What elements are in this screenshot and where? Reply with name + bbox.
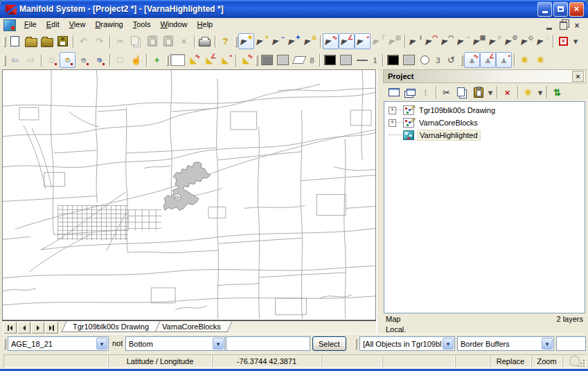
delete-button[interactable]: ×	[176, 33, 192, 49]
redo-button[interactable]: ↷	[91, 33, 107, 49]
create-component-dropdown[interactable]: ▾	[536, 85, 544, 101]
style-points-button[interactable]: ▲•	[496, 52, 512, 68]
select-circle-button[interactable]: ◤⊙	[503, 33, 519, 49]
select-circle-areas-button[interactable]: ◤○	[487, 33, 503, 49]
rotate-button[interactable]: ↺	[443, 52, 459, 68]
paste-button[interactable]	[144, 33, 160, 49]
forward-button[interactable]: ⇨	[23, 52, 39, 68]
value-input[interactable]	[226, 336, 310, 351]
select-pixels-button[interactable]: ◤▦	[386, 33, 402, 49]
resize-grip[interactable]	[577, 359, 585, 368]
map-tab-varnacoreblocks[interactable]: VarnaCoreBlocks	[151, 321, 233, 332]
extra-field[interactable]	[556, 336, 586, 351]
menu-tools[interactable]: Tools	[128, 18, 156, 32]
minimize-button[interactable]	[537, 2, 552, 17]
paste-button[interactable]	[470, 85, 486, 101]
select-poly-button[interactable]: ◤◌	[535, 33, 551, 49]
status-zoom-mode[interactable]: Zoom	[531, 354, 562, 368]
select-areas-button[interactable]: ◤∿	[323, 33, 339, 49]
last-tab-button[interactable]	[45, 322, 58, 334]
menu-window[interactable]: Window	[155, 18, 192, 32]
select-none-button[interactable]: ×	[555, 33, 571, 49]
map-tab-tgr109blk00s-drawing[interactable]: Tgr109blk00s Drawing	[61, 321, 160, 332]
open-window-button[interactable]	[386, 85, 402, 101]
zoom-tool-button[interactable]: ◌	[44, 52, 60, 68]
save-button[interactable]	[55, 33, 71, 49]
undo-button[interactable]: ↶	[75, 33, 91, 49]
zoom-fit-button[interactable]: ○∿	[91, 52, 107, 68]
area-background-swatch[interactable]	[275, 52, 291, 68]
menu-drawing[interactable]: Drawing	[90, 18, 127, 32]
select-intersect-button[interactable]: ◤&	[302, 33, 318, 49]
select-labels-button[interactable]: ◤T	[371, 33, 386, 49]
line-background-swatch[interactable]	[338, 52, 354, 68]
point-foreground-swatch[interactable]	[385, 52, 401, 68]
select-add-button[interactable]: ◤+	[254, 33, 270, 49]
delete-button[interactable]: ×	[499, 85, 515, 101]
back-button[interactable]: ⇦	[7, 52, 23, 68]
select-lasso-button[interactable]: ◤◠	[439, 33, 455, 49]
area-foreground-swatch[interactable]	[259, 52, 275, 68]
cut-button[interactable]: ✂	[112, 33, 128, 49]
prev-tab-button[interactable]	[17, 322, 30, 334]
chevron-down-icon[interactable]: ▾	[542, 338, 553, 350]
toolbar-grip[interactable]	[459, 53, 464, 68]
format-points-button[interactable]: ◣•	[217, 52, 233, 68]
style-lines-button[interactable]: ▲∠	[480, 52, 496, 68]
field-combobox[interactable]: AGE_18_21 ▾	[8, 336, 109, 351]
line-foreground-swatch[interactable]	[322, 52, 338, 68]
area-style-button[interactable]	[291, 52, 307, 68]
close-button[interactable]: ×	[569, 2, 584, 17]
import-button[interactable]	[39, 33, 55, 49]
chevron-down-icon[interactable]: ▾	[443, 338, 454, 350]
menu-file[interactable]: File	[19, 18, 42, 32]
toolbar-grip[interactable]	[2, 34, 7, 49]
toolbar-grip[interactable]	[254, 53, 259, 68]
help-button[interactable]: ?	[217, 33, 233, 49]
mdi-minimize-button[interactable]	[544, 21, 554, 30]
snap-button[interactable]: +	[149, 52, 165, 68]
criterion-combobox[interactable]: Bottom ▾	[125, 336, 225, 351]
copy-button[interactable]	[454, 85, 470, 101]
toolbar-grip[interactable]	[353, 336, 358, 352]
format-lines-button[interactable]: ◣∠	[202, 52, 217, 68]
tree-item-varnacoreblocks[interactable]: +VarnaCoreBlocks	[386, 117, 585, 129]
project-pane-header[interactable]: Project ×	[383, 69, 586, 83]
chevron-down-icon[interactable]: ▾	[96, 338, 107, 350]
toolbar-grip[interactable]	[165, 53, 170, 68]
paste-link-button[interactable]	[160, 33, 176, 49]
select-none-dropdown[interactable]: ▾	[571, 33, 580, 49]
select-box-button[interactable]: ◤▣	[471, 33, 487, 49]
zoom-out-button[interactable]: ○−	[75, 52, 91, 68]
labels-style-button[interactable]: ✳	[517, 52, 533, 68]
select-replace-button[interactable]: ◤✦	[286, 33, 302, 49]
expand-plus-icon[interactable]: +	[389, 107, 396, 114]
buffers-combobox[interactable]: Border Buffers ▾	[457, 336, 554, 351]
open-button[interactable]	[23, 33, 39, 49]
maximize-button[interactable]	[553, 2, 568, 17]
zoom-in-button[interactable]: ○+	[60, 52, 75, 68]
tree-item-tgr109blk00s-drawing[interactable]: +Tgr109blk00s Drawing	[386, 104, 585, 117]
select-box-areas-button[interactable]: ◤▫	[455, 33, 471, 49]
menu-help[interactable]: Help	[193, 18, 218, 32]
select-lasso-areas-button[interactable]: ◤◠	[423, 33, 439, 49]
open-component-button[interactable]	[402, 85, 418, 101]
tree-item-varnahighlighted[interactable]: VarnaHighlighted	[386, 129, 585, 141]
labels-style-2-button[interactable]: ✳	[533, 52, 549, 68]
select-points-button[interactable]: ◤•	[355, 33, 371, 49]
document-icon[interactable]	[3, 19, 16, 31]
cut-button[interactable]: ✂	[438, 85, 454, 101]
toolbar-grip[interactable]	[2, 53, 7, 68]
new-button[interactable]	[7, 33, 23, 49]
status-replace-mode[interactable]: Replace	[490, 354, 531, 368]
hint-button[interactable]: !	[418, 85, 434, 101]
pan-button[interactable]: ☝	[128, 52, 144, 68]
create-component-button[interactable]: ✳	[520, 85, 536, 101]
next-tab-button[interactable]	[31, 322, 44, 334]
project-pane-close-button[interactable]: ×	[572, 71, 584, 82]
format-areas-button[interactable]: ◣∿	[186, 52, 202, 68]
toolbar-grip[interactable]	[2, 336, 7, 352]
map-drawing[interactable]	[3, 70, 375, 320]
refresh-button[interactable]: ⇅	[549, 85, 565, 101]
mdi-restore-button[interactable]	[558, 21, 568, 30]
